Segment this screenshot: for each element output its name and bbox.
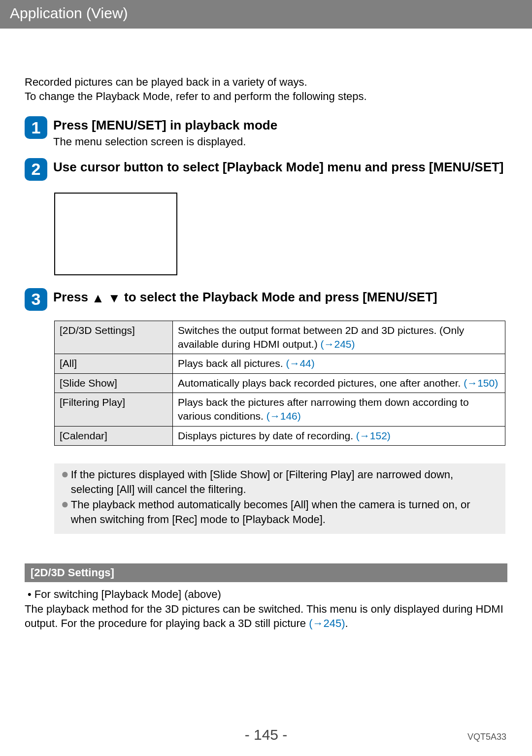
step-3: 3 Press ▲ ▼ to select the Playback Mode … xyxy=(25,288,507,311)
page-link-152[interactable]: (→152) xyxy=(356,430,391,441)
table-desc: Plays back the pictures after narrowing … xyxy=(173,393,505,427)
table-row: [Filtering Play] Plays back the pictures… xyxy=(55,393,505,427)
table-key: [2D/3D Settings] xyxy=(55,321,173,354)
playback-mode-table: [2D/3D Settings] Switches the output for… xyxy=(54,321,505,446)
step-3-title: Press ▲ ▼ to select the Playback Mode an… xyxy=(53,289,507,306)
step-3-title-post: to select the Playback Mode and press [M… xyxy=(121,290,437,304)
table-row: [Slide Show] Automatically plays back re… xyxy=(55,373,505,393)
section-heading: [2D/3D Settings] xyxy=(25,563,507,582)
up-triangle-icon: ▲ xyxy=(92,290,104,306)
table-key: [Filtering Play] xyxy=(55,393,173,427)
page-title: Application (View) xyxy=(10,5,128,21)
section-bullet: • For switching [Playback Mode] (above) xyxy=(28,587,507,602)
table-row: [Calendar] Displays pictures by date of … xyxy=(55,426,505,445)
page-header: Application (View) xyxy=(0,0,532,29)
table-row: [2D/3D Settings] Switches the output for… xyxy=(55,321,505,354)
page-number: - 145 - xyxy=(0,726,532,743)
page-link-150[interactable]: (→150) xyxy=(464,377,498,389)
note-text: If the pictures displayed with [Slide Sh… xyxy=(71,467,499,496)
step-1-subtext: The menu selection screen is displayed. xyxy=(53,135,507,148)
section-title: [2D/3D Settings] xyxy=(31,566,114,579)
section-bullet-text: For switching [Playback Mode] (above) xyxy=(34,588,221,600)
note-item: ● If the pictures displayed with [Slide … xyxy=(61,467,499,496)
note-item: ● The playback method automatically beco… xyxy=(61,497,499,526)
page-link-245[interactable]: (→245) xyxy=(320,338,355,350)
bullet-dot-icon: ● xyxy=(61,467,69,496)
table-desc: Automatically plays back recorded pictur… xyxy=(173,373,505,393)
notes-box: ● If the pictures displayed with [Slide … xyxy=(54,463,505,534)
intro-line-1: Recorded pictures can be played back in … xyxy=(25,75,507,90)
page-link-44[interactable]: (→44) xyxy=(286,358,314,369)
step-1-title: Press [MENU/SET] in playback mode xyxy=(53,117,507,133)
table-desc: Displays pictures by date of recording. … xyxy=(173,426,505,445)
page-link-245b[interactable]: (→245) xyxy=(309,617,345,629)
bullet-icon: • xyxy=(28,588,32,600)
table-key: [All] xyxy=(55,354,173,373)
note-text: The playback method automatically become… xyxy=(71,497,499,526)
intro-line-2: To change the Playback Mode, refer to an… xyxy=(25,90,507,104)
table-row: [All] Plays back all pictures. (→44) xyxy=(55,354,505,373)
section-body: • For switching [Playback Mode] (above) … xyxy=(25,587,507,631)
down-triangle-icon: ▼ xyxy=(108,290,121,306)
table-key: [Calendar] xyxy=(55,426,173,445)
bullet-dot-icon: ● xyxy=(61,497,69,526)
page-link-146[interactable]: (→146) xyxy=(266,410,301,422)
section-paragraph: The playback method for the 3D pictures … xyxy=(25,602,507,631)
document-id: VQT5A33 xyxy=(467,732,506,742)
step-number-badge: 2 xyxy=(25,158,47,181)
step-number-badge: 1 xyxy=(25,116,47,139)
table-key: [Slide Show] xyxy=(55,373,173,393)
step-1: 1 Press [MENU/SET] in playback mode The … xyxy=(25,116,507,148)
step-2: 2 Use cursor button to select [Playback … xyxy=(25,158,507,181)
step-2-title: Use cursor button to select [Playback Mo… xyxy=(53,159,507,175)
table-desc: Switches the output format between 2D an… xyxy=(173,321,505,354)
intro-text: Recorded pictures can be played back in … xyxy=(25,75,507,103)
step-3-title-pre: Press xyxy=(53,290,92,304)
step-number-badge: 3 xyxy=(25,288,47,311)
table-desc: Plays back all pictures. (→44) xyxy=(173,354,505,373)
menu-screenshot-placeholder xyxy=(54,193,177,275)
